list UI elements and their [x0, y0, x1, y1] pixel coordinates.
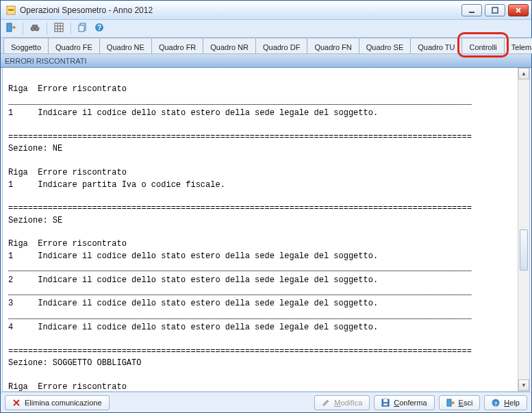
confirm-button[interactable]: Conferma [374, 395, 434, 410]
toolbar-separator [71, 23, 71, 35]
tab-quadro-se[interactable]: Quadro SE [359, 38, 411, 53]
pencil-icon [322, 399, 330, 407]
error-report-text: Riga Errore riscontrato ________________… [3, 68, 518, 391]
door-exit-icon [446, 399, 455, 407]
svg-rect-3 [492, 8, 498, 13]
content-area: Riga Errore riscontrato ________________… [2, 68, 530, 392]
button-label: Modifica [334, 399, 362, 407]
toolbar-grid-button[interactable] [51, 22, 66, 36]
tab-quadro-df[interactable]: Quadro DF [255, 38, 307, 53]
copy-icon [78, 23, 88, 34]
svg-text:?: ? [494, 400, 498, 406]
toolbar-separator [47, 23, 47, 35]
bottom-bar: Elimina comunicazione Modifica Conferma … [1, 392, 531, 412]
toolbar-copy-button[interactable] [75, 22, 90, 36]
scroll-track[interactable] [518, 79, 529, 379]
svg-rect-16 [79, 25, 84, 32]
tab-soggetto[interactable]: Soggetto [3, 38, 49, 53]
titlebar: Operazioni Spesometro - Anno 2012 [1, 1, 531, 20]
modify-button[interactable]: Modifica [314, 395, 370, 410]
section-header: ERRORI RISCONTRATI [1, 54, 531, 68]
button-label: Elimina comunicazione [25, 399, 102, 407]
svg-rect-2 [469, 12, 474, 13]
tab-quadro-ne[interactable]: Quadro NE [99, 38, 152, 53]
close-button[interactable] [508, 4, 529, 16]
scroll-thumb[interactable] [520, 229, 528, 271]
delete-communication-button[interactable]: Elimina comunicazione [5, 395, 110, 410]
svg-rect-24 [447, 399, 451, 406]
toolbar-help-button[interactable]: ? [92, 22, 107, 36]
tab-quadro-nr[interactable]: Quadro NR [203, 38, 256, 53]
tab-quadro-tu[interactable]: Quadro TU [410, 38, 462, 53]
delete-icon [12, 399, 21, 407]
toolbar: ? [1, 20, 531, 38]
scroll-down-arrow[interactable]: ▼ [518, 379, 529, 391]
help-icon: ? [94, 23, 104, 34]
tab-quadro-fe[interactable]: Quadro FE [48, 38, 100, 53]
button-label: Conferma [394, 399, 427, 407]
svg-rect-10 [55, 23, 63, 32]
svg-point-8 [35, 27, 39, 31]
door-exit-icon [6, 23, 16, 34]
tabs-bar: SoggettoQuadro FEQuadro NEQuadro FRQuadr… [1, 38, 531, 54]
button-label: Help [504, 399, 520, 407]
svg-point-7 [31, 27, 35, 31]
svg-rect-9 [32, 25, 38, 27]
scroll-up-arrow[interactable]: ▲ [518, 68, 529, 79]
button-label: Esci [459, 399, 473, 407]
toolbar-find-button[interactable] [27, 22, 42, 36]
exit-button[interactable]: Esci [439, 395, 481, 410]
toolbar-separator [23, 23, 23, 35]
app-icon [6, 5, 16, 15]
vertical-scrollbar[interactable]: ▲ ▼ [518, 68, 529, 391]
help-button[interactable]: ? Help [484, 395, 527, 410]
window-buttons [461, 4, 529, 16]
svg-rect-23 [383, 403, 388, 405]
app-window: Operazioni Spesometro - Anno 2012 ? Sogg… [0, 0, 532, 413]
minimize-button[interactable] [461, 4, 482, 16]
grid-icon [54, 23, 64, 34]
tab-quadro-fr[interactable]: Quadro FR [151, 38, 203, 53]
tab-telematico[interactable]: Telematico [504, 38, 532, 53]
window-title: Operazioni Spesometro - Anno 2012 [20, 5, 461, 15]
svg-text:?: ? [97, 24, 101, 32]
svg-rect-1 [8, 9, 14, 11]
tab-quadro-fn[interactable]: Quadro FN [307, 38, 359, 53]
help-icon: ? [492, 399, 500, 407]
binoculars-icon [30, 23, 40, 34]
tab-controlli[interactable]: Controlli [461, 38, 504, 53]
svg-rect-6 [7, 23, 12, 32]
maximize-button[interactable] [485, 4, 505, 16]
svg-rect-22 [383, 399, 388, 402]
toolbar-exit-button[interactable] [3, 22, 18, 36]
save-icon [381, 399, 390, 407]
